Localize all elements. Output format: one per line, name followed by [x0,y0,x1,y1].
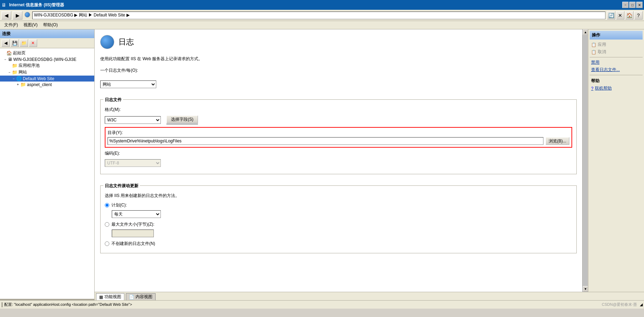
defaultwebsite-globe-icon: 🌐 [16,76,22,81]
server-icon: 🖥 [8,57,12,62]
status-text: 配置: "localhost" applicationHost.config <… [4,302,132,307]
status-resizer: CSDN@爱初春末·墨 ◢ [602,302,643,307]
maxsize-row: 最大文件大小(字节)(Z): [105,221,572,227]
maximize-button[interactable]: □ [629,2,636,8]
back-button[interactable]: ◀ [1,11,11,20]
directory-section: 目录(Y): 浏览(B)... [105,127,572,148]
encoding-select-row: UTF-8 [105,159,572,167]
scroll-up-button[interactable]: ▲ [583,29,588,35]
format-label: 格式(M): [105,107,121,113]
format-select[interactable]: W3C [105,116,161,124]
cancel-action: 📋 取消 [590,48,643,56]
globe-nav-icon [25,12,30,19]
left-panel-header: 连接 [0,29,94,38]
aspnetclient-icon: 📁 [20,82,26,87]
cancel-icon: 📋 [591,50,596,55]
rollover-section: 日志文件滚动更新 选择 IIS 用来创建新的日志文件的方法。 计划(C): 每天 [100,185,577,253]
maxsize-label: 最大文件大小(字节)(Z): [111,221,155,227]
encoding-select[interactable]: UTF-8 [105,159,161,167]
watermark-text: CSDN@爱初春末·墨 [602,302,637,307]
expand-icon-5[interactable]: － [11,76,16,81]
address-bar: ◀ ▶ WIN-GJI3EEOSDBG ▶ 网站 ▶ Default Web S… [0,10,644,21]
tree-item-aspnetclient[interactable]: + 📁 aspnet_client [0,82,94,87]
close-button[interactable]: ✕ [636,2,643,8]
refresh-button[interactable]: 🔄 [607,11,615,20]
per-file-select-row: 网站 [100,80,577,88]
toolbar-delete-btn[interactable]: ✕ [29,39,37,47]
toolbar-save-btn[interactable]: 💾 [11,39,19,47]
select-fields-button[interactable]: 选择字段(S) [166,115,198,123]
websites-icon: 📁 [12,70,18,75]
stop-button[interactable]: ✕ [616,11,624,20]
app-icon: 🖥 [1,2,7,8]
schedule-select[interactable]: 每天 [112,210,161,218]
title-bar-text: Internet 信息服务 (IIS)管理器 [9,2,622,8]
menu-help[interactable]: 帮助(O) [40,21,60,29]
page-description: 使用此功能配置 IIS 在 Web 服务器上记录请求的方式。 [100,56,577,62]
tree-item-websites[interactable]: － 📁 网站 [0,69,94,76]
maxsize-input[interactable] [112,230,154,237]
page-globe-icon [100,35,114,49]
address-icons: 🔄 ✕ 🏠 ? [607,11,643,20]
nonewfile-row: 不创建新的日志文件(N) [105,241,572,247]
nonewfile-label: 不创建新的日志文件(N) [111,241,155,247]
directory-label: 目录(Y): [108,130,569,136]
tree-item-apppool[interactable]: 📁 应用程序池 [0,62,94,69]
help-button[interactable]: ? [634,11,643,20]
scroll-down-button[interactable]: ▼ [583,286,588,292]
encoding-label: 编码(E): [105,150,120,156]
actions-panel: 操作 📋 应用 📋 取消 禁用 查看日志文件... [588,29,644,292]
menu-file[interactable]: 文件(F) [1,21,21,29]
view-log-action[interactable]: 查看日志文件... [590,66,643,73]
help-section-label: 帮助 [590,77,643,85]
forward-button[interactable]: ▶ [13,11,22,20]
log-file-section: 日志文件 格式(M): W3C 选择字段(S) [100,99,577,174]
expand-icon-2[interactable]: － [3,57,8,62]
log-file-legend: 日志文件 [103,97,123,103]
left-panel: 连接 ◀ 💾 📁 ✕ 🏠 起始页 － 🖥 WIN-GJI3EEOSDBG (WI… [0,29,95,300]
per-file-select[interactable]: 网站 [100,80,156,88]
actions-divider-1 [590,57,643,57]
home-button[interactable]: 🏠 [625,11,633,20]
address-path: WIN-GJI3EEOSDBG ▶ 网站 ▶ Default Web Site … [32,12,605,19]
tree-item-defaultwebsite[interactable]: － 🌐 Default Web Site [0,76,94,82]
browse-button[interactable]: 浏览(B)... [546,137,569,145]
apply-icon: 📋 [591,42,596,47]
toolbar-folder-btn[interactable]: 📁 [20,39,28,47]
disable-action[interactable]: 禁用 [590,59,643,66]
online-help-action[interactable]: ? 联机帮助 [590,85,643,92]
status-bar: 配置: "localhost" applicationHost.config <… [0,300,644,309]
schedule-row: 计划(C): [105,202,572,208]
per-file-row: 一个日志文件/每(O): [100,68,577,73]
tab-feature-view[interactable]: ▦ 功能视图 [96,293,124,300]
tree-item-home[interactable]: 🏠 起始页 [0,50,94,56]
nonewfile-radio[interactable] [105,241,109,246]
minimize-button[interactable]: － [622,2,629,8]
schedule-label: 计划(C): [111,202,127,208]
help-icon: ? [591,86,594,91]
rollover-legend: 日志文件滚动更新 [103,183,140,189]
bottom-tabs: ▦ 功能视图 📄 内容视图 [95,292,644,300]
tree-item-server[interactable]: － 🖥 WIN-GJI3EEOSDBG (WIN-GJI3E [0,56,94,62]
apppool-icon: 📁 [12,63,18,68]
resize-handle[interactable]: ◢ [640,302,643,307]
menu-view[interactable]: 视图(V) [21,21,40,29]
expand-icon-1 [1,51,6,56]
page-title: 日志 [118,37,134,47]
title-bar-buttons: － □ ✕ [622,2,643,8]
expand-icon-6[interactable]: + [15,82,20,87]
scroll-thumb[interactable] [583,35,588,286]
maxsize-radio[interactable] [105,222,109,227]
home-icon: 🏠 [6,50,12,56]
schedule-radio[interactable] [105,203,109,207]
format-row: 格式(M): [105,107,572,113]
actions-header: 操作 [590,31,643,40]
directory-input[interactable] [108,137,543,145]
expand-icon-3 [7,63,12,68]
tab-content-view[interactable]: 📄 内容视图 [126,293,156,300]
vertical-scrollbar[interactable]: ▲ ▼ [582,29,588,292]
expand-icon-4[interactable]: － [7,70,12,75]
title-bar: 🖥 Internet 信息服务 (IIS)管理器 － □ ✕ [0,0,644,10]
toolbar-back-btn[interactable]: ◀ [1,39,10,47]
panel-resize-handle[interactable] [0,299,94,300]
